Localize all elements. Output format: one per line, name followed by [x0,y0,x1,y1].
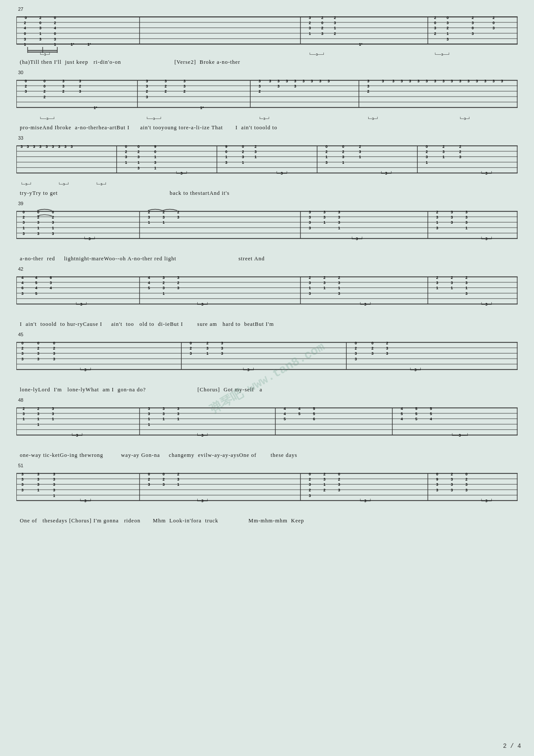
svg-text:3: 3 [309,281,311,285]
lyrics-30: pro-miseAnd Ibroke a-no-therhea-artBut I… [16,123,518,132]
svg-text:5: 5 [313,406,315,411]
svg-text:1: 1 [442,155,444,159]
svg-text:1: 1 [426,160,428,165]
svg-text:5: 5 [35,281,37,285]
svg-text:4: 4 [298,406,301,411]
svg-text:2: 2 [466,477,468,481]
svg-text:3: 3 [417,79,419,83]
svg-text:3: 3 [137,155,140,159]
svg-text:2: 2 [25,84,27,88]
music-sheet-page: 弹琴吧 www.tan8.com 27 0 2 4 0 3 [0,0,534,756]
svg-text:└──3──┘: └──3──┘ [451,433,469,437]
system-45: 45 0 2 3 3 0 2 3 3 0 2 3 3 └─3─┘ [16,332,518,394]
svg-text:1*: 1* [87,42,91,47]
svg-text:└─3─┘: └─3─┘ [75,302,88,306]
svg-text:3: 3 [323,215,326,219]
svg-text:└─3─┘: └─3─┘ [480,171,493,175]
svg-text:1: 1 [137,160,140,165]
tab-notation-48: 2 3 1 2 3 1 1 3 3 1 └─3─┘ 3 3 1 1 3 3 1 … [16,403,518,450]
svg-text:5: 5 [415,412,417,416]
svg-text:1: 1 [436,220,438,225]
svg-text:3: 3 [309,16,311,20]
svg-text:2: 2 [146,89,148,94]
svg-text:2: 2 [442,144,444,149]
svg-text:3: 3 [39,37,41,41]
svg-text:2: 2 [359,144,361,149]
svg-text:2: 2 [24,21,26,25]
svg-text:0: 0 [53,341,55,345]
svg-text:2: 2 [259,89,261,94]
svg-text:└─3─┘: └─3─┘ [175,171,188,175]
svg-text:3: 3 [62,84,65,88]
measure-number-48: 48 [16,397,518,403]
svg-text:2: 2 [386,341,388,345]
svg-text:3: 3 [447,37,449,41]
svg-text:6: 6 [313,417,315,421]
svg-text:3: 3 [294,84,296,88]
svg-text:3: 3 [321,31,323,36]
svg-text:0: 0 [225,150,227,154]
svg-text:2: 2 [54,21,56,25]
svg-text:2: 2 [436,275,438,280]
svg-text:└─3─┘: └─3─┘ [359,302,372,306]
svg-text:2: 2 [447,26,449,30]
svg-text:└─3─┘: └─3─┘ [459,117,470,121]
svg-text:0: 0 [371,341,373,345]
svg-text:3: 3 [22,472,24,476]
svg-text:2: 2 [255,144,257,149]
svg-text:2: 2 [459,150,461,154]
system-51: 51 3 3 3 3 3 3 3 1 3 3 3 3 1 [16,463,518,525]
svg-text:3: 3 [37,231,40,236]
svg-text:1: 1 [154,166,156,170]
svg-text:3: 3 [409,79,411,83]
svg-text:3: 3 [277,79,279,83]
svg-text:2: 2 [137,150,140,154]
svg-text:3: 3 [302,79,304,83]
svg-text:2: 2 [148,477,150,481]
svg-text:1: 1 [309,286,311,290]
svg-text:2: 2 [434,16,436,20]
svg-text:5: 5 [415,417,417,421]
svg-text:└─3─┘: └─3─┘ [367,117,379,121]
svg-text:3: 3 [309,291,311,296]
svg-text:0: 0 [148,472,150,476]
svg-text:3: 3 [53,472,55,476]
svg-text:3: 3 [286,79,288,83]
svg-text:4: 4 [35,286,37,290]
svg-text:3: 3 [436,215,438,219]
svg-text:0: 0 [52,210,54,214]
svg-text:3: 3 [22,477,24,481]
svg-text:3: 3 [451,220,453,225]
svg-text:└─3─┘: └─3─┘ [79,499,92,503]
svg-text:0: 0 [154,150,156,154]
svg-text:3: 3 [25,89,27,94]
svg-text:3: 3 [472,21,474,25]
svg-text:3: 3 [62,79,65,83]
svg-text:3: 3 [242,155,244,159]
svg-text:4: 4 [50,286,52,290]
svg-text:0: 0 [342,144,345,149]
measure-number-42: 42 [16,266,518,272]
svg-text:2: 2 [309,477,311,481]
svg-text:3: 3 [22,357,24,361]
svg-text:3: 3 [146,95,148,99]
svg-text:2: 2 [466,275,468,280]
svg-text:3: 3 [23,412,25,416]
svg-text:5: 5 [284,417,286,421]
svg-text:└─3─┘: └─3─┘ [79,368,92,372]
svg-text:3: 3 [451,79,453,83]
svg-text:2: 2 [309,275,311,280]
svg-text:3: 3 [23,231,25,236]
svg-text:3: 3 [225,160,227,165]
svg-text:3: 3 [177,477,179,481]
svg-text:2: 2 [162,281,165,285]
svg-text:└──3──┘: └──3──┘ [434,52,450,56]
svg-text:1*: 1* [359,42,363,47]
svg-text:3: 3 [37,351,40,356]
svg-text:3: 3 [53,351,55,356]
svg-text:3: 3 [342,155,345,159]
svg-text:3: 3 [53,477,55,481]
svg-text:3: 3 [22,488,24,492]
lyrics-42: I ain't tooold to hur-ryCause I ain't to… [16,319,518,328]
svg-text:3: 3 [294,79,296,83]
